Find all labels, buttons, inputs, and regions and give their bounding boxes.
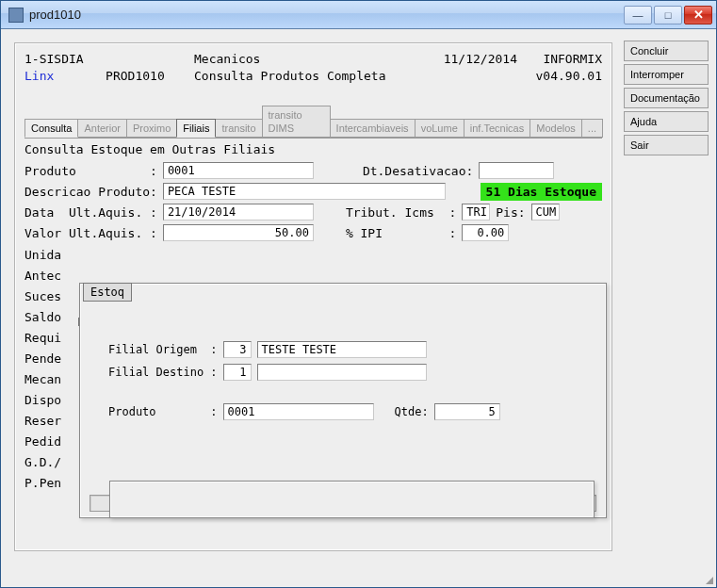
close-button[interactable]: ✕ bbox=[684, 6, 712, 24]
header-row-2: Linx PROD1010 Consulta Produtos Completa… bbox=[24, 68, 602, 85]
window-title: prod1010 bbox=[29, 8, 624, 22]
dtaq-field[interactable]: 21/10/2014 bbox=[163, 204, 314, 220]
app-icon bbox=[8, 8, 24, 23]
trib-field[interactable]: TRI bbox=[462, 204, 490, 220]
minimize-button[interactable]: — bbox=[624, 6, 652, 24]
tab-intercambiaveis[interactable]: Intercambiaveis bbox=[330, 119, 416, 138]
dtdesat-field[interactable] bbox=[479, 162, 554, 179]
header-db: INFORMIX bbox=[517, 51, 602, 68]
pis-field[interactable]: CUM bbox=[531, 204, 560, 220]
dtdesat-label: Dt.Desativacao: bbox=[363, 164, 473, 178]
sair-button[interactable]: Sair bbox=[624, 135, 709, 155]
header-module: Mecanicos bbox=[194, 51, 423, 68]
produto-field[interactable]: 0001 bbox=[163, 162, 314, 179]
filial-origem-name[interactable]: TESTE TESTE bbox=[257, 341, 427, 358]
tab-proximo[interactable]: Proximo bbox=[126, 119, 177, 138]
interromper-button[interactable]: Interromper bbox=[624, 64, 709, 85]
desc-field[interactable]: PECA TESTE bbox=[163, 183, 446, 200]
vlaq-label: Valor Ult.Aquis. : bbox=[24, 226, 157, 240]
group-title: Consulta Estoque em Outras Filiais bbox=[24, 142, 602, 156]
estoque-highlight: 51 Dias Estoque bbox=[481, 183, 602, 201]
tabs-bar: ConsultaAnteriorProximoFiliaistransitotr… bbox=[24, 106, 602, 139]
main-column: 1-SISDIA Mecanicos 11/12/2014 INFORMIX L… bbox=[8, 37, 618, 557]
tab-volume[interactable]: voLume bbox=[415, 119, 464, 138]
maximize-button[interactable]: □ bbox=[654, 6, 682, 24]
filial-origem-num[interactable]: 3 bbox=[223, 341, 252, 358]
tab-inf-tecnicas[interactable]: inf.Tecnicas bbox=[464, 119, 530, 138]
header-prog: PROD1010 bbox=[106, 69, 165, 83]
header-brand-link[interactable]: Linx bbox=[24, 69, 54, 83]
tab-filiais[interactable]: Filiais bbox=[176, 119, 216, 138]
ajuda-button[interactable]: Ajuda bbox=[624, 111, 709, 132]
modal-bottom-strip bbox=[109, 481, 595, 518]
ipi-label: % IPI : bbox=[346, 226, 456, 240]
app-window: prod1010 — □ ✕ 1-SISDIA Mecanicos 11/12/… bbox=[0, 0, 717, 588]
form-grid: Produto : 0001 Dt.Desativacao: Descricao… bbox=[24, 160, 602, 243]
documentacao-button[interactable]: Documentação bbox=[624, 88, 709, 108]
qtde-label: Qtde: bbox=[395, 405, 429, 418]
modal-produto-label: Produto : bbox=[108, 405, 218, 418]
tab-modelos[interactable]: Modelos bbox=[530, 119, 582, 138]
dtaq-label: Data Ult.Aquis. : bbox=[24, 205, 157, 220]
tab--[interactable]: ... bbox=[581, 119, 603, 138]
desc-label: Descricao Produto: bbox=[24, 185, 157, 199]
window-controls: — □ ✕ bbox=[624, 6, 712, 24]
qtde-field[interactable]: 5 bbox=[434, 403, 500, 420]
estoq-pill[interactable]: Estoq bbox=[83, 283, 132, 302]
resize-grip-icon[interactable] bbox=[701, 572, 714, 585]
client-area: 1-SISDIA Mecanicos 11/12/2014 INFORMIX L… bbox=[1, 29, 716, 587]
inner-frame: 1-SISDIA Mecanicos 11/12/2014 INFORMIX L… bbox=[14, 42, 612, 551]
concluir-button[interactable]: Concluir bbox=[624, 41, 709, 61]
header-ver: v04.90.01 bbox=[517, 68, 602, 85]
header-date: 11/12/2014 bbox=[423, 51, 517, 68]
side-column: Concluir Interromper Documentação Ajuda … bbox=[624, 37, 709, 557]
tab-transito[interactable]: transito bbox=[215, 119, 262, 138]
tab-consulta[interactable]: Consulta bbox=[24, 119, 78, 138]
truncated-label: Unida bbox=[24, 245, 602, 266]
filial-destino-name[interactable] bbox=[257, 364, 427, 381]
tab-transito-dims[interactable]: transito DIMS bbox=[262, 106, 331, 138]
produto-label: Produto : bbox=[24, 164, 157, 178]
vlaq-field[interactable]: 50.00 bbox=[163, 224, 314, 241]
trib-label: Tribut. Icms : bbox=[346, 205, 456, 220]
filial-destino-num[interactable]: 1 bbox=[223, 364, 252, 381]
header-sys: 1-SISDIA bbox=[24, 51, 194, 68]
header-progname: Consulta Produtos Completa bbox=[194, 68, 423, 85]
pis-label: Pis: bbox=[496, 205, 525, 220]
tab-anterior[interactable]: Anterior bbox=[77, 119, 127, 138]
titlebar: prod1010 — □ ✕ bbox=[1, 1, 716, 29]
filial-origem-label: Filial Origem : bbox=[108, 343, 218, 356]
modal-produto-field[interactable]: 0001 bbox=[223, 403, 374, 420]
filial-destino-label: Filial Destino : bbox=[108, 366, 218, 379]
ipi-field[interactable]: 0.00 bbox=[462, 224, 509, 241]
header-row-1: 1-SISDIA Mecanicos 11/12/2014 INFORMIX bbox=[24, 51, 602, 68]
